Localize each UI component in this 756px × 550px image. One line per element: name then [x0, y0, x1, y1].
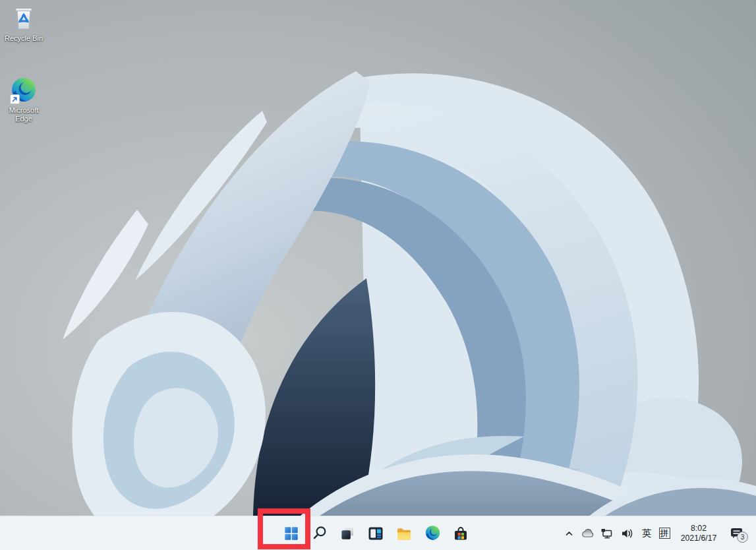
chevron-up-icon — [564, 529, 574, 538]
edge-taskbar-button[interactable] — [419, 520, 446, 547]
widgets-button[interactable] — [363, 520, 389, 547]
desktop-wallpaper — [0, 0, 756, 550]
start-icon — [283, 525, 299, 541]
clock[interactable]: 8:02 2021/6/17 — [674, 520, 723, 547]
task-view-icon — [339, 525, 356, 541]
microsoft-store-button[interactable] — [448, 520, 474, 547]
volume-button[interactable] — [618, 520, 637, 547]
ime-mode-indicator[interactable]: 拼 — [656, 520, 673, 547]
task-view-button[interactable] — [334, 520, 361, 547]
clock-time: 8:02 — [691, 524, 707, 534]
notification-badge: 3 — [737, 532, 748, 543]
microsoft-store-icon — [452, 525, 469, 542]
network-icon — [600, 528, 614, 539]
file-explorer-button[interactable] — [391, 520, 417, 547]
start-button[interactable] — [277, 520, 304, 547]
ime-pinyin-badge: 拼 — [659, 528, 670, 539]
taskbar: 英 拼 8:02 2021/6/17 3 — [0, 516, 756, 550]
edge-icon — [424, 525, 441, 541]
system-tray: 英 拼 8:02 2021/6/17 3 — [561, 516, 756, 550]
recycle-bin-icon — [9, 4, 38, 33]
search-icon — [311, 525, 328, 541]
edge-label: Microsoft Edge — [3, 106, 45, 123]
onedrive-cloud-icon — [581, 528, 595, 538]
recycle-bin-label: Recycle Bin — [5, 34, 43, 43]
widgets-icon — [367, 525, 384, 542]
clock-date: 2021/6/17 — [681, 534, 717, 543]
taskbar-center-buttons — [277, 516, 474, 550]
edge-icon — [9, 76, 38, 105]
search-button[interactable] — [306, 520, 332, 547]
desktop-icon-area: Recycle Bin — [1, 4, 46, 123]
file-explorer-icon — [395, 525, 413, 542]
recycle-bin-desktop-icon[interactable]: Recycle Bin — [1, 4, 46, 43]
edge-desktop-icon[interactable]: Microsoft Edge — [1, 76, 46, 123]
show-hidden-icons-button[interactable] — [561, 520, 577, 547]
ime-language-indicator[interactable]: 英 — [639, 520, 654, 547]
notification-center-button[interactable]: 3 — [724, 520, 749, 547]
volume-icon — [621, 528, 634, 539]
network-button[interactable] — [598, 520, 616, 547]
onedrive-button[interactable] — [578, 520, 596, 547]
shortcut-arrow-icon — [10, 94, 20, 104]
